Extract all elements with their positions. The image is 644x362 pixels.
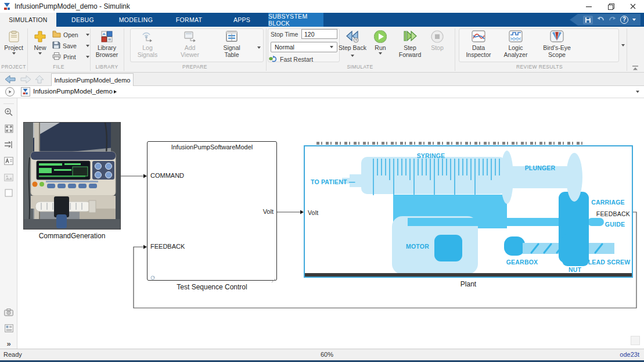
new-button[interactable]: New	[29, 29, 51, 55]
open-folder-icon	[52, 30, 61, 39]
minimize-button[interactable]	[578, 0, 600, 13]
step-back-icon	[345, 29, 360, 44]
data-inspector-button[interactable]: Data Inspector	[462, 29, 495, 59]
logic-analyzer-button[interactable]: Logic Analyzer	[499, 29, 532, 59]
save-floppy-icon	[52, 41, 60, 50]
explorer-bar-toggle[interactable]	[5, 87, 15, 96]
close-button[interactable]	[622, 0, 644, 13]
tab-simulation[interactable]: SIMULATION	[0, 13, 56, 27]
model-legend-icon[interactable]	[4, 324, 13, 333]
annotation-icon[interactable]	[4, 156, 13, 166]
status-zoom: 60%	[321, 351, 333, 358]
print-caret-icon	[86, 56, 89, 58]
maximize-button[interactable]	[600, 0, 622, 13]
plant-schematic	[305, 146, 631, 276]
resize-corner-icon[interactable]	[271, 275, 276, 279]
redo-icon[interactable]	[609, 15, 616, 25]
annotation-lead-screw: LEAD SCREW	[588, 259, 631, 266]
annotation-plunger: PLUNGER	[525, 164, 556, 171]
command-generation-label: CommandGeneration	[23, 232, 121, 240]
image-annotation-icon[interactable]	[4, 173, 13, 182]
breadcrumb-dropdown-icon[interactable]	[636, 91, 639, 93]
add-viewer-icon	[182, 29, 197, 44]
review-gallery-caret-icon[interactable]	[621, 44, 625, 46]
annotation-to-patient: TO PATIENT —	[311, 178, 355, 185]
help-icon[interactable]: ?	[620, 16, 628, 24]
quick-access-caret-icon[interactable]	[632, 19, 636, 21]
tab-modeling[interactable]: MODELING	[109, 13, 163, 27]
save-button[interactable]: Save	[52, 41, 89, 51]
stop-time-input[interactable]	[301, 29, 337, 39]
screenshot-camera-icon[interactable]	[4, 307, 13, 317]
log-signals-button[interactable]: Log Signals	[132, 29, 163, 59]
save-caret-icon	[86, 45, 89, 47]
plant-label: Plant	[304, 280, 633, 288]
clipped-annotation-remnant	[316, 142, 584, 145]
stop-button[interactable]: Stop	[424, 29, 451, 51]
zoom-icon[interactable]	[4, 107, 13, 117]
undo-icon[interactable]	[597, 15, 605, 25]
breadcrumb-bar: InfusionPumpModel_demo	[0, 86, 644, 98]
tab-debug[interactable]: DEBUG	[56, 13, 109, 27]
sim-mode-select[interactable]: Normal	[271, 42, 337, 52]
tab-format[interactable]: FORMAT	[163, 13, 215, 27]
port-label-feedback: FEEDBACK	[150, 243, 185, 250]
test-sequence-control-block[interactable]: InfusionPumpSoftwareModel COMMAND FEEDBA…	[147, 141, 277, 281]
birds-eye-scope-button[interactable]: Bird's-Eye Scope	[539, 29, 575, 59]
group-label-review: REVIEW RESULTS	[455, 64, 624, 70]
fit-to-view-icon[interactable]	[4, 124, 13, 133]
signal-table-button[interactable]: Signal Table	[217, 29, 247, 59]
prepare-gallery-caret-icon[interactable]	[257, 46, 261, 49]
fast-restart-toggle[interactable]: Fast Restart	[269, 55, 313, 63]
expand-sidebar-icon[interactable]: »	[4, 339, 13, 348]
simulink-model-icon	[3, 2, 12, 11]
step-forward-button[interactable]: Step Forward	[395, 29, 425, 59]
group-separator	[627, 28, 627, 71]
up-button[interactable]	[35, 75, 44, 87]
canvas-scroll-corner[interactable]	[631, 336, 640, 345]
tab-apps[interactable]: APPS	[215, 13, 268, 27]
birds-eye-scope-icon	[549, 29, 564, 44]
step-back-caret-icon	[351, 55, 354, 57]
quick-save-icon[interactable]	[583, 16, 593, 24]
run-caret-icon	[379, 52, 382, 55]
forward-button[interactable]	[20, 75, 31, 86]
fast-restart-icon	[269, 55, 277, 63]
auto-arrange-icon[interactable]	[4, 140, 13, 149]
status-bar: Ready 60% ode23t	[0, 349, 644, 360]
collapse-ribbon-icon[interactable]	[632, 63, 639, 73]
open-caret-icon	[86, 34, 89, 36]
add-viewer-button[interactable]: Add Viewer	[175, 29, 205, 59]
library-browser-button[interactable]: Library Browser	[91, 29, 123, 59]
infusion-pump-photo	[24, 123, 120, 229]
project-icon	[8, 29, 20, 44]
step-forward-icon	[402, 29, 418, 44]
step-back-button[interactable]: Step Back	[339, 29, 366, 59]
port-label-volt: Volt	[263, 208, 274, 215]
project-button[interactable]: Project	[1, 29, 27, 55]
document-tab[interactable]: InfusionPumpModel_demo	[51, 73, 134, 86]
run-button[interactable]: Run	[367, 29, 394, 55]
print-button[interactable]: Print	[52, 52, 89, 62]
signal-table-icon	[225, 29, 239, 44]
palette-sidebar: »	[0, 98, 17, 349]
status-solver[interactable]: ode23t	[620, 351, 639, 358]
annotation-nut: NUT	[569, 266, 581, 273]
quick-access-toolbar: ?	[570, 14, 641, 26]
open-button[interactable]: Open	[52, 30, 89, 40]
schematic-base-bar	[305, 273, 632, 277]
plant-block[interactable]: SYRINGE TO PATIENT — PLUNGER CARRIAGE FE…	[304, 145, 633, 278]
group-label-library: LIBRARY	[91, 64, 123, 70]
print-icon	[52, 52, 61, 61]
ribbon-tab-bar: SIMULATION DEBUG MODELING FORMAT APPS SU…	[0, 13, 644, 27]
area-box-icon[interactable]	[4, 188, 13, 198]
status-state: Ready	[3, 351, 22, 358]
port-label-command: COMMAND	[150, 172, 184, 179]
command-generation-block[interactable]	[23, 122, 121, 230]
breadcrumb-model[interactable]: InfusionPumpModel_demo	[33, 88, 113, 95]
back-button[interactable]	[5, 75, 16, 86]
tab-subsystem-block[interactable]: SUBSYSTEM BLOCK	[268, 13, 323, 27]
new-caret-icon	[38, 52, 42, 55]
subsystem-badge-icon[interactable]	[150, 273, 156, 278]
breadcrumb-arrow-icon[interactable]	[114, 90, 117, 94]
